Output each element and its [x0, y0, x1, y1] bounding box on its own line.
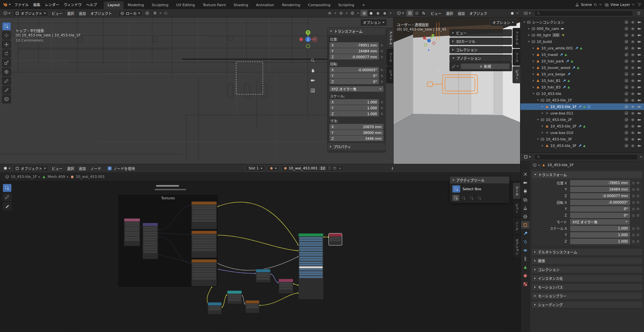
exclude-checkbox-icon[interactable] [624, 72, 628, 76]
sidebar-tab-0[interactable]: ツール [513, 182, 520, 199]
active-object-name[interactable]: 10_453-tile_1F [547, 163, 573, 167]
options-dropdown[interactable]: オプション [490, 19, 517, 26]
outliner-item-label[interactable]: 10_453-tile_2F [550, 124, 576, 128]
pivot-point-icon[interactable] [144, 10, 151, 16]
transform-field-x[interactable]: X-78951 mm [329, 42, 379, 48]
outliner-item-label[interactable]: 10_453-tile_1F [550, 105, 576, 109]
editor-type-icon[interactable] [396, 10, 405, 16]
outliner-row[interactable]: 00_light132 [520, 32, 644, 38]
disable-render-camera-icon[interactable] [637, 59, 641, 63]
outliner-item-label[interactable]: 10_fuki_B3 [541, 85, 561, 89]
disable-render-camera-icon[interactable] [637, 137, 641, 141]
tool-variant-3[interactable] [468, 195, 475, 201]
tool-annotate[interactable] [3, 193, 12, 201]
shader-type-selector[interactable]: オブジェクト [13, 165, 48, 172]
value-field[interactable]: 1.000 [570, 232, 630, 238]
transform-field-z[interactable]: Z-0.000077 mm [329, 54, 379, 60]
filter-icon[interactable] [637, 3, 641, 7]
vp-sec-menu-2[interactable]: 追加 [455, 10, 467, 17]
exclude-checkbox-icon[interactable] [624, 66, 628, 70]
shader-node[interactable] [191, 201, 217, 229]
transform-field-x[interactable]: X1.000 [329, 99, 379, 105]
outliner-item-label[interactable]: uvw-box.010 [550, 131, 573, 135]
workspace-tab-8[interactable]: Compositing [304, 1, 334, 9]
disclosure-open-icon[interactable] [536, 139, 540, 140]
exclude-checkbox-icon[interactable] [624, 59, 628, 63]
value-field[interactable]: 1.000 [570, 226, 630, 231]
lock-icon[interactable] [632, 227, 635, 230]
exclude-checkbox-icon[interactable] [624, 124, 628, 128]
disable-render-camera-icon[interactable] [637, 33, 641, 37]
value-field[interactable]: -0.000003° [570, 200, 630, 205]
hide-eye-icon[interactable] [631, 98, 635, 102]
shader-node[interactable] [191, 231, 217, 258]
animate-dot[interactable] [637, 208, 639, 210]
disable-render-camera-icon[interactable] [637, 92, 641, 96]
lock-icon[interactable] [380, 55, 383, 59]
workspace-tab-9[interactable]: Scripting [334, 1, 358, 9]
snap-magnet-icon[interactable] [152, 10, 158, 16]
breadcrumb-item[interactable]: 10_453-tile_1F [5, 175, 37, 179]
sidebar-tab-0[interactable]: アイテム [513, 28, 520, 48]
transform-field-z[interactable]: Z1.000 [329, 111, 379, 116]
lock-icon[interactable] [632, 233, 635, 237]
material-browse-dropdown[interactable] [267, 166, 279, 171]
lock-icon[interactable] [380, 44, 383, 47]
node-menu-3[interactable]: ノード [88, 165, 103, 172]
value-field[interactable]: 0° [570, 206, 630, 212]
outliner-row[interactable]: 10_453-tile_1F [520, 103, 644, 110]
hide-eye-icon[interactable] [631, 27, 635, 31]
properties-tab-world[interactable] [521, 213, 530, 220]
exclude-checkbox-icon[interactable] [624, 131, 628, 135]
disclosure-open-icon[interactable] [536, 119, 540, 120]
lock-icon[interactable] [380, 100, 383, 104]
disclosure-closed-icon[interactable] [531, 80, 535, 82]
properties-tab-object-data[interactable] [521, 263, 530, 271]
view-layer-selector[interactable]: View Layer [605, 3, 635, 7]
panel-header-2[interactable]: コレクション [449, 46, 512, 53]
hide-eye-icon[interactable] [631, 33, 635, 37]
properties-tab-particles[interactable] [521, 238, 530, 246]
disable-render-camera-icon[interactable] [637, 20, 641, 24]
camera-view-icon[interactable] [435, 76, 442, 83]
outliner-row[interactable]: 10_fuki_park [520, 58, 644, 64]
transform-field-y[interactable]: Y1.000 [329, 105, 379, 111]
disable-render-camera-icon[interactable] [637, 105, 641, 109]
active-tool-panel-header[interactable]: アクティブツール [450, 177, 509, 183]
disclosure-closed-icon[interactable] [531, 67, 535, 69]
sidebar-tab-2[interactable]: ノード [513, 218, 520, 234]
disclosure-closed-icon[interactable] [541, 125, 544, 127]
navigation-gizmo[interactable] [422, 33, 436, 48]
gizmos-toggle-icon[interactable] [338, 10, 344, 16]
outliner-item-label[interactable]: 10_453-tile [541, 92, 561, 96]
menubar-item-3[interactable]: ウィンドウ [61, 1, 84, 8]
tool-rotate[interactable] [2, 49, 11, 58]
disclosure-closed-icon[interactable] [541, 112, 544, 114]
options-dropdown[interactable]: オプション [360, 19, 387, 26]
lock-icon[interactable] [380, 68, 383, 72]
exclude-checkbox-icon[interactable] [624, 105, 628, 109]
outliner-row[interactable]: 10_ura_beige [520, 71, 644, 77]
outliner-item-label[interactable]: 10_ura_white.001 [541, 46, 573, 50]
workspace-tab-4[interactable]: Texture Paint [199, 1, 230, 9]
outliner-search-input[interactable] [534, 10, 633, 16]
transform-field-y[interactable]: Y38000 mm [329, 130, 383, 135]
lock-icon[interactable] [632, 181, 635, 185]
animate-dot[interactable] [637, 188, 639, 191]
outliner-row[interactable]: 10_453-tile_3F [520, 136, 644, 142]
outliner-item-label[interactable]: 00_light [537, 33, 551, 37]
show-hide-icon[interactable] [326, 10, 333, 16]
hide-eye-icon[interactable] [631, 131, 635, 135]
transform-field-z[interactable]: Z3446 mm [329, 136, 383, 141]
panel-header-collapsed-6[interactable]: シェーディング [531, 301, 643, 308]
hide-eye-icon[interactable] [631, 137, 635, 141]
tool-add-cube[interactable] [2, 95, 11, 103]
outliner-item-label[interactable]: 10_inwall [541, 53, 558, 57]
disable-render-camera-icon[interactable] [637, 144, 641, 148]
lock-icon[interactable] [632, 188, 635, 191]
disclosure-open-icon[interactable] [527, 41, 531, 42]
exclude-checkbox-icon[interactable] [624, 92, 628, 96]
outliner-row[interactable]: 10_louver_wood [520, 64, 644, 71]
shader-node[interactable] [329, 233, 342, 246]
tool-variant-4[interactable] [476, 195, 483, 201]
